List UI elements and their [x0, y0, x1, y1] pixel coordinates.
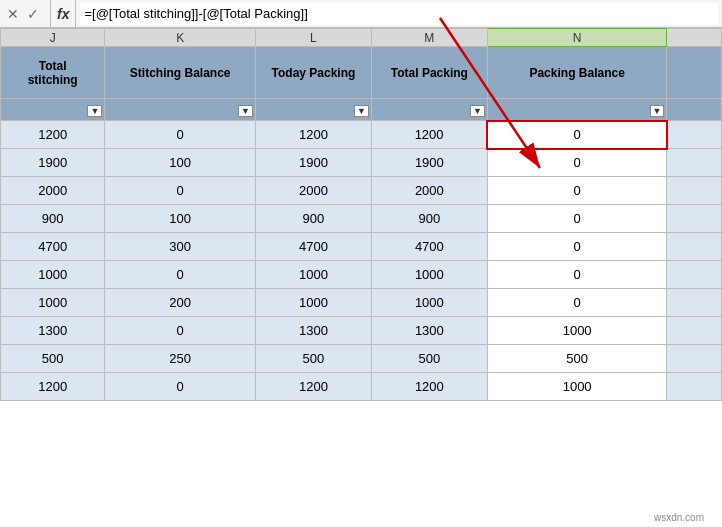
filter-n[interactable]: ▼ — [487, 99, 667, 121]
col-letter-s — [667, 29, 722, 47]
cell-m-3[interactable]: 900 — [371, 205, 487, 233]
cell-m-2[interactable]: 2000 — [371, 177, 487, 205]
cell-l-7[interactable]: 1300 — [256, 317, 372, 345]
cell-m-4[interactable]: 4700 — [371, 233, 487, 261]
cell-l-6[interactable]: 1000 — [256, 289, 372, 317]
header-total-stitching: Totalstitching — [1, 47, 105, 99]
watermark: wsxdn.com — [654, 512, 704, 523]
cell-n-6[interactable]: 0 — [487, 289, 667, 317]
cell-l-1[interactable]: 1900 — [256, 149, 372, 177]
cell-l-4[interactable]: 4700 — [256, 233, 372, 261]
cell-m-1[interactable]: 1900 — [371, 149, 487, 177]
cancel-icon[interactable]: ✕ — [4, 4, 22, 24]
header-today-packing: Today Packing — [256, 47, 372, 99]
cell-j-8[interactable]: 500 — [1, 345, 105, 373]
cell-s-2 — [667, 177, 722, 205]
cell-k-9[interactable]: 0 — [105, 373, 256, 401]
cell-m-6[interactable]: 1000 — [371, 289, 487, 317]
cell-s-7 — [667, 317, 722, 345]
cell-l-5[interactable]: 1000 — [256, 261, 372, 289]
cell-n-2[interactable]: 0 — [487, 177, 667, 205]
table-row: 1000200100010000 — [1, 289, 722, 317]
cell-s-0 — [667, 121, 722, 149]
formula-bar-controls: ✕ ✓ — [4, 4, 46, 24]
cell-n-7[interactable]: 1000 — [487, 317, 667, 345]
cell-n-4[interactable]: 0 — [487, 233, 667, 261]
col-letter-l: L — [256, 29, 372, 47]
table-row: 12000120012001000 — [1, 373, 722, 401]
cell-m-9[interactable]: 1200 — [371, 373, 487, 401]
column-letters-row: J K L M N — [1, 29, 722, 47]
filter-k[interactable]: ▼ — [105, 99, 256, 121]
cell-s-4 — [667, 233, 722, 261]
cell-n-9[interactable]: 1000 — [487, 373, 667, 401]
confirm-icon[interactable]: ✓ — [24, 4, 42, 24]
cell-j-9[interactable]: 1200 — [1, 373, 105, 401]
cell-l-2[interactable]: 2000 — [256, 177, 372, 205]
table-row: 9001009009000 — [1, 205, 722, 233]
table-row: 500250500500500 — [1, 345, 722, 373]
cell-l-9[interactable]: 1200 — [256, 373, 372, 401]
col-letter-m: M — [371, 29, 487, 47]
filter-m[interactable]: ▼ — [371, 99, 487, 121]
cell-s-9 — [667, 373, 722, 401]
cell-k-4[interactable]: 300 — [105, 233, 256, 261]
cell-j-5[interactable]: 1000 — [1, 261, 105, 289]
cell-s-8 — [667, 345, 722, 373]
cell-s-1 — [667, 149, 722, 177]
table-row: 12000120012000 — [1, 121, 722, 149]
filter-l[interactable]: ▼ — [256, 99, 372, 121]
header-stitching-balance: Stitching Balance — [105, 47, 256, 99]
cell-n-8[interactable]: 500 — [487, 345, 667, 373]
table-row: 13000130013001000 — [1, 317, 722, 345]
header-total-packing: Total Packing — [371, 47, 487, 99]
cell-l-3[interactable]: 900 — [256, 205, 372, 233]
header-s — [667, 47, 722, 99]
col-letter-k: K — [105, 29, 256, 47]
cell-m-7[interactable]: 1300 — [371, 317, 487, 345]
filter-j[interactable]: ▼ — [1, 99, 105, 121]
cell-k-0[interactable]: 0 — [105, 121, 256, 149]
table-row: 4700300470047000 — [1, 233, 722, 261]
cell-l-8[interactable]: 500 — [256, 345, 372, 373]
cell-j-4[interactable]: 4700 — [1, 233, 105, 261]
table-row: 20000200020000 — [1, 177, 722, 205]
cell-m-0[interactable]: 1200 — [371, 121, 487, 149]
cell-k-1[interactable]: 100 — [105, 149, 256, 177]
filter-row: ▼ ▼ ▼ ▼ ▼ — [1, 99, 722, 121]
fx-label: fx — [50, 0, 76, 27]
cell-s-5 — [667, 261, 722, 289]
spreadsheet-table: J K L M N Totalstitching Stitching Balan… — [0, 28, 722, 401]
cell-n-0[interactable]: 0 — [487, 121, 667, 149]
col-letter-j: J — [1, 29, 105, 47]
cell-j-6[interactable]: 1000 — [1, 289, 105, 317]
col-letter-n: N — [487, 29, 667, 47]
cell-m-5[interactable]: 1000 — [371, 261, 487, 289]
cell-s-3 — [667, 205, 722, 233]
column-headers-row: Totalstitching Stitching Balance Today P… — [1, 47, 722, 99]
cell-j-7[interactable]: 1300 — [1, 317, 105, 345]
filter-s[interactable] — [667, 99, 722, 121]
cell-j-1[interactable]: 1900 — [1, 149, 105, 177]
cell-k-3[interactable]: 100 — [105, 205, 256, 233]
cell-l-0[interactable]: 1200 — [256, 121, 372, 149]
cell-j-2[interactable]: 2000 — [1, 177, 105, 205]
cell-k-7[interactable]: 0 — [105, 317, 256, 345]
formula-bar: ✕ ✓ fx — [0, 0, 722, 28]
table-row: 10000100010000 — [1, 261, 722, 289]
cell-n-1[interactable]: 0 — [487, 149, 667, 177]
cell-k-6[interactable]: 200 — [105, 289, 256, 317]
header-packing-balance: Packing Balance — [487, 47, 667, 99]
cell-k-5[interactable]: 0 — [105, 261, 256, 289]
cell-n-3[interactable]: 0 — [487, 205, 667, 233]
cell-j-0[interactable]: 1200 — [1, 121, 105, 149]
cell-m-8[interactable]: 500 — [371, 345, 487, 373]
table-row: 1900100190019000 — [1, 149, 722, 177]
formula-input[interactable] — [80, 3, 718, 25]
cell-k-2[interactable]: 0 — [105, 177, 256, 205]
cell-k-8[interactable]: 250 — [105, 345, 256, 373]
cell-n-5[interactable]: 0 — [487, 261, 667, 289]
cell-j-3[interactable]: 900 — [1, 205, 105, 233]
cell-s-6 — [667, 289, 722, 317]
